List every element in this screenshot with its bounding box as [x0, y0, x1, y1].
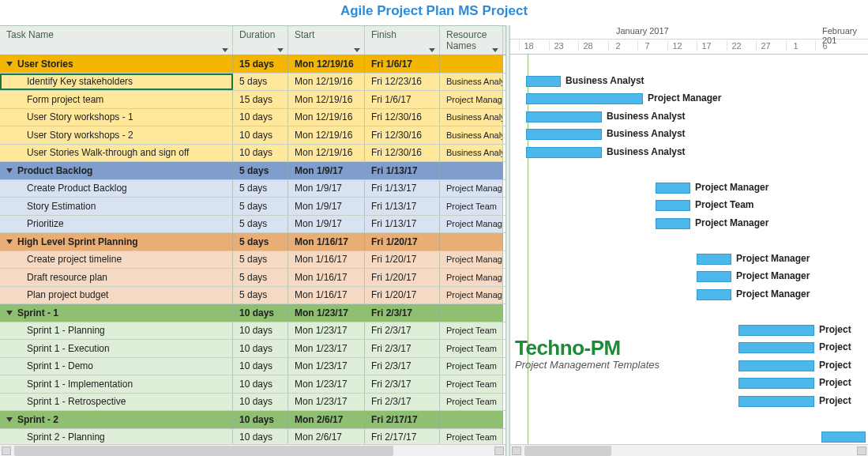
- cell-duration[interactable]: 5 days: [233, 180, 288, 198]
- cell-start[interactable]: Mon 1/23/17: [288, 340, 365, 357]
- collapse-icon[interactable]: [6, 311, 13, 315]
- cell-start[interactable]: Mon 1/16/17: [288, 251, 365, 269]
- cell-duration[interactable]: 10 days: [233, 109, 288, 126]
- cell-start[interactable]: Mon 2/6/17: [288, 411, 365, 428]
- cell-task-name[interactable]: High Level Sprint Planning: [0, 233, 233, 251]
- cell-finish[interactable]: Fri 2/3/17: [365, 358, 440, 375]
- cell-task-name[interactable]: Sprint 1 - Retrospective: [0, 394, 233, 411]
- gantt-hscrollbar[interactable]: [510, 444, 868, 456]
- cell-finish[interactable]: Fri 1/13/17: [365, 162, 440, 179]
- gantt-bar[interactable]: [526, 111, 602, 122]
- table-row[interactable]: User Story workshops - 210 daysMon 12/19…: [0, 126, 505, 145]
- cell-resource[interactable]: [440, 233, 503, 251]
- cell-duration[interactable]: 15 days: [233, 55, 288, 73]
- cell-task-name[interactable]: Form project team: [0, 91, 233, 108]
- cell-duration[interactable]: 5 days: [233, 269, 288, 286]
- cell-resource[interactable]: Project Team: [440, 375, 503, 393]
- cell-finish[interactable]: Fri 12/30/16: [365, 145, 440, 162]
- gantt-bar[interactable]: [526, 93, 643, 104]
- cell-resource[interactable]: Project Manager: [440, 91, 503, 108]
- gantt-bar[interactable]: [697, 289, 731, 300]
- cell-finish[interactable]: Fri 2/17/17: [365, 411, 440, 428]
- col-finish[interactable]: Finish: [365, 26, 440, 55]
- cell-start[interactable]: Mon 12/19/16: [288, 109, 365, 126]
- col-duration[interactable]: Duration: [233, 26, 288, 55]
- dropdown-icon[interactable]: [354, 48, 360, 52]
- cell-duration[interactable]: 5 days: [233, 73, 288, 91]
- cell-resource[interactable]: Project Manager: [440, 216, 503, 233]
- cell-duration[interactable]: 10 days: [233, 429, 288, 447]
- cell-task-name[interactable]: Story Estimation: [0, 198, 233, 215]
- cell-duration[interactable]: 10 days: [233, 322, 288, 340]
- cell-resource[interactable]: Project Team: [440, 394, 503, 411]
- collapse-icon[interactable]: [6, 239, 13, 244]
- cell-task-name[interactable]: Sprint - 1: [0, 304, 233, 322]
- cell-task-name[interactable]: Sprint 1 - Implementation: [0, 375, 233, 393]
- cell-duration[interactable]: 10 days: [233, 340, 288, 357]
- scroll-left-icon[interactable]: [2, 447, 11, 455]
- scroll-thumb[interactable]: [524, 446, 611, 456]
- cell-start[interactable]: Mon 1/16/17: [288, 269, 365, 286]
- scroll-thumb[interactable]: [14, 446, 393, 456]
- gantt-bar[interactable]: [738, 396, 814, 407]
- gantt-bar[interactable]: [738, 325, 814, 336]
- cell-resource[interactable]: Project Manager: [440, 269, 503, 286]
- cell-start[interactable]: Mon 12/19/16: [288, 55, 365, 73]
- cell-duration[interactable]: 10 days: [233, 411, 288, 428]
- cell-duration[interactable]: 10 days: [233, 145, 288, 162]
- cell-task-name[interactable]: Draft resource plan: [0, 269, 233, 286]
- cell-resource[interactable]: Project Manager: [440, 180, 503, 198]
- table-row[interactable]: Sprint 1 - Execution10 daysMon 1/23/17Fr…: [0, 340, 505, 358]
- cell-task-name[interactable]: Identify Key stakeholders: [0, 73, 233, 91]
- cell-resource[interactable]: Business Analyst: [440, 73, 503, 91]
- cell-start[interactable]: Mon 1/9/17: [288, 198, 365, 215]
- cell-duration[interactable]: 10 days: [233, 394, 288, 411]
- cell-finish[interactable]: Fri 2/3/17: [365, 304, 440, 322]
- cell-duration[interactable]: 15 days: [233, 91, 288, 108]
- gantt-bar[interactable]: [821, 432, 866, 443]
- cell-task-name[interactable]: Sprint - 2: [0, 411, 233, 428]
- cell-resource[interactable]: Project Team: [440, 198, 503, 215]
- table-row[interactable]: Sprint 1 - Retrospective10 daysMon 1/23/…: [0, 394, 505, 412]
- dropdown-icon[interactable]: [492, 48, 498, 52]
- cell-resource[interactable]: Project Manager: [440, 287, 503, 304]
- col-start[interactable]: Start: [288, 26, 365, 55]
- table-row[interactable]: Identify Key stakeholders5 daysMon 12/19…: [0, 73, 505, 92]
- table-row[interactable]: Product Backlog5 daysMon 1/9/17Fri 1/13/…: [0, 162, 505, 180]
- gantt-bar[interactable]: [697, 254, 731, 265]
- table-row[interactable]: Story Estimation5 daysMon 1/9/17Fri 1/13…: [0, 198, 505, 216]
- cell-resource[interactable]: [440, 304, 503, 322]
- cell-finish[interactable]: Fri 1/20/17: [365, 287, 440, 304]
- collapse-icon[interactable]: [6, 417, 13, 422]
- cell-resource[interactable]: Business Analyst: [440, 126, 503, 144]
- table-row[interactable]: High Level Sprint Planning5 daysMon 1/16…: [0, 233, 505, 251]
- gantt-bar[interactable]: [656, 183, 690, 194]
- cell-finish[interactable]: Fri 2/17/17: [365, 429, 440, 447]
- table-row[interactable]: Draft resource plan5 daysMon 1/16/17Fri …: [0, 269, 505, 287]
- grid-hscrollbar[interactable]: [0, 444, 505, 456]
- cell-duration[interactable]: 5 days: [233, 162, 288, 179]
- collapse-icon[interactable]: [6, 62, 13, 66]
- cell-resource[interactable]: Project Team: [440, 358, 503, 375]
- cell-task-name[interactable]: User Stories Walk-through and sign off: [0, 145, 233, 162]
- cell-task-name[interactable]: User Stories: [0, 55, 233, 73]
- cell-finish[interactable]: Fri 12/30/16: [365, 109, 440, 126]
- cell-finish[interactable]: Fri 2/3/17: [365, 322, 440, 340]
- cell-duration[interactable]: 5 days: [233, 251, 288, 269]
- cell-duration[interactable]: 5 days: [233, 216, 288, 233]
- table-row[interactable]: Create project timeline5 daysMon 1/16/17…: [0, 251, 505, 269]
- table-row[interactable]: User Story workshops - 110 daysMon 12/19…: [0, 109, 505, 127]
- cell-duration[interactable]: 10 days: [233, 358, 288, 375]
- cell-task-name[interactable]: Sprint 1 - Planning: [0, 322, 233, 340]
- cell-resource[interactable]: Project Team: [440, 429, 503, 447]
- cell-resource[interactable]: Business Analyst: [440, 109, 503, 126]
- cell-start[interactable]: Mon 12/19/16: [288, 91, 365, 108]
- table-row[interactable]: Sprint 1 - Implementation10 daysMon 1/23…: [0, 375, 505, 394]
- cell-duration[interactable]: 10 days: [233, 126, 288, 144]
- cell-task-name[interactable]: User Story workshops - 2: [0, 126, 233, 144]
- cell-task-name[interactable]: Create project timeline: [0, 251, 233, 269]
- col-resource[interactable]: Resource Names: [440, 26, 503, 55]
- table-row[interactable]: Sprint - 110 daysMon 1/23/17Fri 2/3/17: [0, 304, 505, 322]
- gantt-bar[interactable]: [656, 218, 690, 229]
- cell-duration[interactable]: 10 days: [233, 375, 288, 393]
